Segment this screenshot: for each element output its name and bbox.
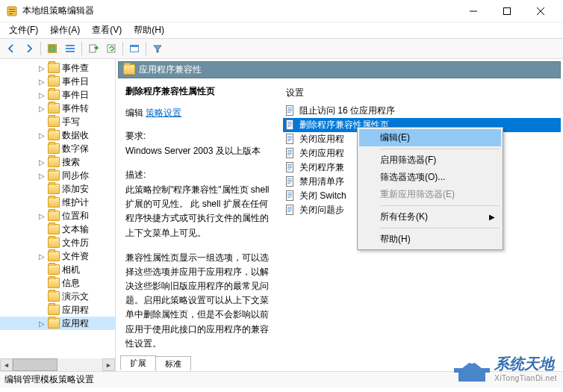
setting-row[interactable]: 阻止访问 16 位应用程序	[283, 104, 561, 118]
folder-icon	[48, 90, 60, 100]
description-text-1: 此策略控制"程序兼容性"属性页 shell 扩展的可见性。 此 shell 扩展…	[125, 183, 271, 240]
tree-item-label: 文件资	[62, 250, 89, 263]
tree-item-label: 添加安	[62, 183, 89, 196]
tab-extended[interactable]: 扩展	[120, 355, 156, 370]
tree-item[interactable]: 添加安	[0, 182, 115, 196]
leaf-icon	[37, 292, 46, 301]
expand-icon[interactable]: ▷	[37, 171, 46, 180]
tb-list-button[interactable]	[62, 40, 78, 57]
tree-item[interactable]: ▷应用程	[0, 317, 115, 330]
leaf-icon	[37, 279, 46, 287]
tree-item[interactable]: ▷事件转	[0, 102, 115, 115]
tree-item[interactable]: ▷事件查	[0, 61, 115, 75]
leaf-icon	[37, 117, 46, 126]
menu-help[interactable]: 帮助(H)	[128, 22, 170, 38]
svg-rect-46	[287, 183, 290, 184]
folder-icon	[48, 278, 60, 288]
context-menu: 编辑(E) 启用筛选器(F) 筛选器选项(O)... 重新应用筛选器(E) 所有…	[357, 127, 503, 250]
policy-icon	[284, 190, 296, 202]
forward-button[interactable]	[21, 40, 37, 57]
toolbar	[0, 38, 563, 59]
svg-rect-38	[287, 164, 292, 165]
minimize-button[interactable]	[456, 1, 490, 22]
cm-help[interactable]: 帮助(H)	[359, 231, 501, 248]
svg-rect-50	[287, 196, 292, 196]
content-header: 应用程序兼容性	[118, 61, 561, 78]
menu-action[interactable]: 操作(A)	[44, 22, 86, 38]
submenu-arrow-icon: ▶	[489, 213, 495, 221]
expand-icon[interactable]: ▷	[37, 90, 46, 99]
horizontal-scrollbar[interactable]: ◄ ►	[0, 358, 115, 371]
folder-icon	[48, 103, 60, 113]
tree-item[interactable]: ▷同步你	[0, 169, 115, 182]
expand-icon[interactable]: ▷	[37, 158, 46, 167]
tree-item[interactable]: 维护计	[0, 196, 115, 209]
tb-refresh-button[interactable]	[103, 40, 119, 57]
tree-item[interactable]: 演示文	[0, 290, 115, 303]
svg-rect-20	[287, 111, 292, 111]
titlebar: 本地组策略编辑器	[0, 0, 563, 22]
svg-rect-39	[287, 166, 292, 167]
expand-icon[interactable]: ▷	[37, 252, 46, 261]
folder-icon	[48, 143, 60, 154]
menu-view[interactable]: 查看(V)	[86, 22, 128, 38]
tree-item[interactable]: 文件历	[0, 236, 115, 249]
folder-icon	[48, 318, 60, 329]
svg-rect-56	[287, 211, 290, 212]
scroll-track[interactable]	[13, 358, 102, 371]
tree-item[interactable]: ▷事件日	[0, 88, 115, 102]
maximize-button[interactable]	[490, 1, 523, 22]
folder-icon	[48, 157, 60, 167]
description-column: 删除程序兼容性属性页 编辑 策略设置 要求: Windows Server 20…	[118, 81, 279, 355]
cm-filter-options[interactable]: 筛选器选项(O)...	[359, 169, 501, 186]
svg-rect-49	[287, 194, 292, 195]
expand-icon[interactable]: ▷	[37, 131, 46, 140]
tab-standard[interactable]: 标准	[155, 356, 191, 371]
tree-item-label: 搜索	[62, 156, 80, 169]
filter-button[interactable]	[149, 40, 166, 57]
svg-rect-53	[287, 207, 292, 208]
svg-rect-29	[287, 137, 292, 138]
menu-file[interactable]: 文件(F)	[3, 22, 44, 38]
tree-item[interactable]: ▷文件资	[0, 249, 115, 263]
tree-body[interactable]: ▷事件查▷事件日▷事件日▷事件转手写▷数据收数字保▷搜索▷同步你添加安维护计▷位…	[0, 59, 115, 358]
svg-rect-34	[287, 152, 292, 152]
tree-item[interactable]: ▷搜索	[0, 155, 115, 169]
tree-item[interactable]: 手写	[0, 115, 115, 128]
tree-item[interactable]: 信息	[0, 276, 115, 290]
tb-window-button[interactable]	[126, 40, 143, 57]
tree-item[interactable]: 数字保	[0, 142, 115, 155]
cm-edit[interactable]: 编辑(E)	[359, 129, 501, 146]
scroll-right-button[interactable]: ►	[102, 358, 115, 371]
cm-all-tasks[interactable]: 所有任务(K)▶	[359, 208, 501, 225]
scroll-left-button[interactable]: ◄	[0, 358, 13, 371]
app-icon	[6, 5, 18, 17]
tree-item[interactable]: 应用程	[0, 303, 115, 317]
folder-icon	[48, 251, 60, 261]
svg-rect-9	[49, 46, 55, 52]
window-controls	[456, 1, 557, 22]
tree-item[interactable]: ▷位置和	[0, 209, 115, 223]
cm-enable-filter[interactable]: 启用筛选器(F)	[359, 152, 501, 169]
tb-select-button[interactable]	[44, 40, 60, 57]
svg-rect-19	[287, 109, 292, 110]
expand-icon[interactable]: ▷	[37, 63, 46, 72]
tree-item[interactable]: ▷事件日	[0, 75, 115, 88]
tree-item[interactable]: 相机	[0, 263, 115, 276]
tb-export-button[interactable]	[85, 40, 102, 57]
edit-policy-link[interactable]: 策略设置	[146, 108, 181, 118]
expand-icon[interactable]: ▷	[37, 77, 46, 86]
toolbar-separator	[146, 42, 146, 55]
svg-rect-10	[66, 45, 75, 46]
tree-item[interactable]: 文本输	[0, 223, 115, 236]
close-button[interactable]	[523, 1, 557, 22]
back-button[interactable]	[3, 40, 19, 57]
expand-icon[interactable]: ▷	[37, 104, 46, 113]
toolbar-separator	[122, 42, 123, 55]
expand-icon[interactable]: ▷	[37, 211, 46, 220]
expand-icon[interactable]: ▷	[37, 319, 46, 328]
tree-item[interactable]: ▷数据收	[0, 128, 115, 142]
scroll-thumb[interactable]	[13, 358, 57, 371]
leaf-icon	[37, 225, 46, 234]
folder-icon	[48, 116, 60, 127]
